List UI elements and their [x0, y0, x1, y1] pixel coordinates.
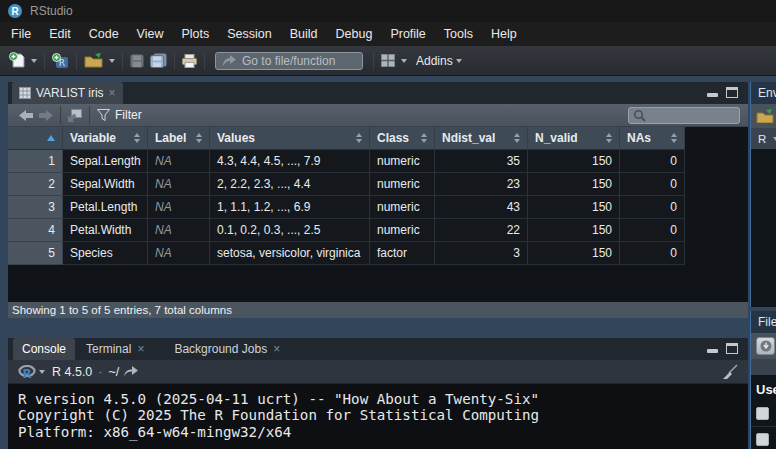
file-checkbox[interactable] [756, 407, 769, 420]
menu-help[interactable]: Help [482, 22, 526, 46]
table-row[interactable]: 1 Sepal.Length NA 4.3, 4.4, 4.5, ..., 7.… [8, 150, 748, 173]
header-nas[interactable]: NAs [620, 127, 685, 150]
cell-ndist-val: 35 [435, 150, 528, 173]
cell-nas: 0 [620, 173, 685, 196]
console-output[interactable]: R version 4.5.0 (2025-04-11 ucrt) -- "Ho… [8, 384, 748, 449]
menu-build[interactable]: Build [281, 22, 327, 46]
maximize-icon[interactable] [726, 87, 738, 98]
cell-label: NA [148, 173, 210, 196]
files-action-button[interactable] [756, 337, 775, 355]
nav-back-button[interactable] [16, 103, 36, 127]
r-version-caret-icon[interactable] [39, 370, 45, 374]
table-row[interactable]: 4 Petal.Width NA 0.1, 0.2, 0.3, ..., 2.5… [8, 219, 748, 242]
table-search-input[interactable] [628, 107, 740, 124]
goto-directory-icon[interactable] [124, 366, 138, 377]
open-file-caret-icon[interactable] [109, 59, 115, 63]
load-workspace-folder-icon[interactable] [756, 109, 774, 123]
file-checkbox[interactable] [756, 433, 769, 446]
goto-arrow-icon [222, 55, 236, 67]
table-row[interactable]: 3 Petal.Length NA 1, 1.1, 1.2, ..., 6.9 … [8, 196, 748, 219]
files-content: User [751, 375, 776, 449]
header-variable[interactable]: Variable [63, 127, 148, 150]
show-in-new-window-button[interactable] [65, 103, 85, 127]
cell-values: 0.1, 0.2, 0.3, ..., 2.5 [210, 219, 370, 242]
pane-layout-caret-icon[interactable] [401, 59, 407, 63]
forward-arrow-icon [39, 110, 53, 121]
header-n-valid[interactable]: N_valid [528, 127, 620, 150]
print-button[interactable] [179, 49, 200, 73]
clear-console-button[interactable] [721, 364, 738, 382]
minimize-icon[interactable] [707, 93, 718, 97]
search-icon [633, 109, 646, 122]
tab-console[interactable]: Console [13, 338, 75, 360]
new-file-button[interactable] [6, 49, 28, 73]
file-row[interactable] [751, 427, 776, 449]
r-version-label: R 4.5.0 [52, 365, 92, 379]
save-button[interactable] [127, 49, 147, 73]
menu-view[interactable]: View [128, 22, 173, 46]
header-rownum[interactable] [8, 127, 63, 150]
new-project-button[interactable]: R [49, 49, 72, 73]
goto-file-placeholder: Go to file/function [242, 54, 335, 68]
menu-file[interactable]: File [2, 22, 40, 46]
menu-session[interactable]: Session [218, 22, 280, 46]
environment-scope-dropdown[interactable]: R [751, 128, 776, 149]
sort-icon [196, 133, 202, 143]
menu-plots[interactable]: Plots [172, 22, 218, 46]
console-pane-window-controls [707, 343, 738, 354]
files-pane-header[interactable]: Files [751, 311, 776, 333]
cell-variable: Sepal.Length [63, 150, 148, 173]
new-project-icon: R [52, 53, 69, 69]
cell-nas: 0 [620, 150, 685, 173]
tab-background-jobs[interactable]: Background Jobs [165, 338, 289, 360]
cell-class: numeric [370, 150, 435, 173]
rstudio-window: R RStudio File Edit Code View Plots Sess… [0, 0, 776, 449]
header-label[interactable]: Label [148, 127, 210, 150]
tab-terminal[interactable]: Terminal [77, 338, 153, 360]
goto-file-input[interactable]: Go to file/function [215, 52, 363, 70]
r-logo-icon[interactable]: R [18, 365, 36, 379]
sort-icon [134, 133, 140, 143]
window-title: RStudio [30, 4, 73, 18]
tab-close-icon[interactable] [137, 343, 144, 355]
new-file-caret-icon[interactable] [31, 59, 37, 63]
environment-toolbar [751, 104, 776, 128]
cell-class: numeric [370, 196, 435, 219]
cell-label: NA [148, 242, 210, 265]
menu-edit[interactable]: Edit [40, 22, 80, 46]
path-separator: · [98, 365, 102, 379]
header-class[interactable]: Class [370, 127, 435, 150]
menu-tools[interactable]: Tools [435, 22, 482, 46]
tab-close-icon[interactable] [109, 87, 116, 99]
open-file-button[interactable] [81, 49, 106, 73]
tab-close-icon[interactable] [273, 343, 280, 355]
file-row[interactable] [751, 401, 776, 427]
environment-pane-header[interactable]: Environment [751, 82, 776, 104]
print-icon [182, 54, 197, 68]
cell-ndist-val: 22 [435, 219, 528, 242]
filter-button[interactable]: Filter [94, 103, 145, 127]
save-icon [130, 54, 144, 68]
menu-code[interactable]: Code [80, 22, 128, 46]
sort-icon [356, 133, 362, 143]
addins-caret-icon[interactable] [456, 59, 462, 63]
cell-class: numeric [370, 173, 435, 196]
menu-debug[interactable]: Debug [327, 22, 382, 46]
nav-forward-button[interactable] [36, 103, 56, 127]
svg-text:R: R [22, 367, 31, 379]
table-row[interactable]: 5 Species NA setosa, versicolor, virgini… [8, 242, 748, 265]
menu-profile[interactable]: Profile [381, 22, 434, 46]
cell-n-valid: 150 [528, 196, 620, 219]
menu-bar: File Edit Code View Plots Session Build … [0, 22, 776, 46]
minimize-icon[interactable] [707, 349, 718, 353]
rstudio-logo-icon: R [8, 4, 22, 18]
header-ndist-val[interactable]: Ndist_val [435, 127, 528, 150]
addins-button[interactable]: Addins [416, 54, 453, 68]
pane-layout-button[interactable] [378, 49, 398, 73]
save-all-button[interactable] [147, 49, 170, 73]
header-values[interactable]: Values [210, 127, 370, 150]
files-toolbar [751, 333, 776, 359]
tab-varlist-iris[interactable]: VARLIST iris [12, 82, 123, 104]
maximize-icon[interactable] [726, 343, 738, 354]
table-row[interactable]: 2 Sepal.Width NA 2, 2.2, 2.3, ..., 4.4 n… [8, 173, 748, 196]
